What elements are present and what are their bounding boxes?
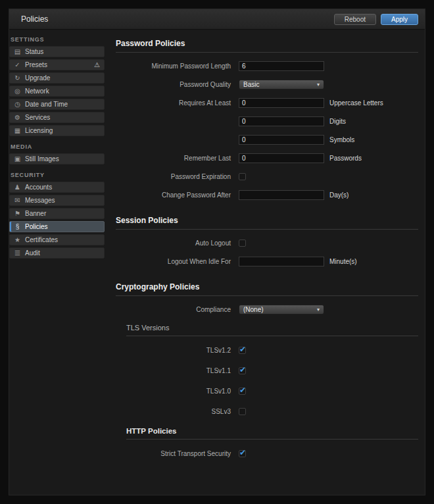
field-label: Password Expiration	[116, 173, 239, 180]
form-row: TLSv1.0 ✔	[116, 386, 418, 396]
main-content: Password Policies Minimum Password Lengt…	[105, 30, 425, 495]
minimum-password-length-input[interactable]	[239, 61, 324, 71]
sidebar-item-upgrade[interactable]: ↻ Upgrade	[9, 72, 105, 84]
tlsv1-1-checkbox[interactable]: ✔	[239, 367, 246, 374]
sidebar-item-certificates[interactable]: ★ Certificates	[9, 234, 105, 245]
sidebar-item-still-images[interactable]: ▣ Still Images	[9, 153, 105, 164]
field-label: Minimum Password Length	[116, 63, 239, 70]
auto-logout-checkbox[interactable]: ✔	[239, 239, 246, 247]
form-row: Password Quality Basic ▾	[116, 80, 418, 89]
field-label: Requires At Least	[116, 99, 239, 107]
remember-last-input[interactable]	[239, 153, 324, 163]
change-password-after-input[interactable]	[239, 190, 324, 200]
field-suffix: Minute(s)	[329, 258, 357, 265]
sidebar-item-banner[interactable]: ⚑ Banner	[9, 208, 105, 219]
sidebar-item-date-and-time[interactable]: ◷ Date and Time	[9, 99, 105, 110]
sidebar-item-label: Licensing	[25, 127, 53, 134]
divider	[126, 336, 418, 336]
sidebar-item-licensing[interactable]: ▦ Licensing	[9, 125, 105, 136]
audit-icon: ☰	[14, 250, 21, 257]
check-icon: ✔	[239, 449, 246, 457]
field-label: Change Password After	[116, 191, 239, 199]
section-password-policies: Password Policies Minimum Password Lengt…	[116, 39, 418, 200]
divider	[116, 229, 418, 230]
subsection-http-policies: HTTP Policies	[126, 427, 418, 440]
sidebar-item-label: Date and Time	[25, 101, 68, 108]
page-title: Policies	[21, 14, 48, 24]
sidebar-item-audit[interactable]: ☰ Audit	[9, 247, 105, 259]
sidebar-section-security: SECURITY	[11, 172, 103, 178]
form-row: TLSv1.2 ✔	[116, 345, 418, 355]
sslv3-checkbox[interactable]: ✔	[239, 408, 246, 415]
sidebar-item-label: Accounts	[25, 184, 52, 191]
password-expiration-checkbox[interactable]: ✔	[239, 173, 246, 180]
status-icon: ▤	[14, 49, 21, 55]
field-label: Logout When Idle For	[116, 258, 239, 265]
field-suffix: Day(s)	[329, 191, 349, 199]
field-label: TLSv1.0	[116, 388, 239, 395]
select-value: Basic	[243, 81, 259, 88]
sidebar-item-label: Upgrade	[25, 74, 50, 82]
sidebar-item-label: Services	[25, 114, 50, 121]
sidebar-item-label: Status	[25, 48, 43, 55]
subsection-tls-versions: TLS Versions	[126, 324, 418, 336]
check-icon: ✔	[239, 345, 246, 353]
sidebar-item-label: Banner	[25, 210, 46, 217]
sidebar-section-settings: SETTINGS	[11, 36, 103, 43]
warning-icon: ⚠	[94, 62, 100, 68]
certificate-icon: ★	[14, 237, 21, 243]
idle-timeout-input[interactable]	[239, 257, 324, 266]
gear-icon: ⚙	[14, 114, 21, 121]
section-cryptography-policies: Cryptography Policies Compliance (None) …	[116, 282, 418, 416]
form-row: Logout When Idle For Minute(s)	[116, 257, 418, 266]
field-suffix: Uppercase Letters	[329, 99, 383, 107]
divider	[116, 52, 418, 53]
sidebar-item-accounts[interactable]: ♟ Accounts	[9, 182, 105, 193]
field-label: Compliance	[116, 306, 239, 313]
chevron-down-icon: ▾	[317, 82, 320, 88]
app-window: Policies Reboot Apply SETTINGS ▤ Status …	[9, 9, 425, 495]
uppercase-letters-input[interactable]	[239, 98, 324, 108]
field-label: Strict Transport Security	[116, 450, 239, 457]
top-bar: Policies Reboot Apply	[9, 9, 425, 30]
compliance-select[interactable]: (None) ▾	[239, 305, 324, 315]
topbar-actions: Reboot Apply	[334, 14, 418, 25]
strict-transport-security-checkbox[interactable]: ✔	[239, 450, 246, 457]
tlsv1-0-checkbox[interactable]: ✔	[239, 388, 246, 395]
form-row: Remember Last Passwords	[116, 153, 418, 163]
sidebar: SETTINGS ▤ Status ✓ Presets ⚠ ↻ Upgrade …	[9, 30, 105, 495]
sidebar-item-presets[interactable]: ✓ Presets ⚠	[9, 59, 105, 70]
clock-icon: ◷	[14, 101, 21, 108]
divider	[126, 439, 418, 440]
sidebar-item-label: Network	[25, 88, 49, 95]
password-quality-select[interactable]: Basic ▾	[239, 80, 324, 89]
field-label: Password Quality	[116, 81, 239, 88]
section-title: Cryptography Policies	[116, 282, 418, 291]
form-row: Minimum Password Length	[116, 61, 418, 71]
sidebar-item-services[interactable]: ⚙ Services	[9, 112, 105, 123]
sidebar-item-messages[interactable]: ✉ Messages	[9, 195, 105, 206]
reboot-button[interactable]: Reboot	[334, 14, 376, 25]
digits-input[interactable]	[239, 116, 324, 126]
form-row: Compliance (None) ▾	[116, 305, 418, 315]
form-row: Digits	[116, 116, 418, 126]
message-icon: ✉	[14, 197, 21, 204]
tlsv1-2-checkbox[interactable]: ✔	[239, 347, 246, 354]
apply-button[interactable]: Apply	[381, 14, 418, 25]
section-title: Password Policies	[116, 39, 418, 48]
form-row: Password Expiration ✔	[116, 172, 418, 182]
section-title: Session Policies	[116, 216, 418, 225]
network-icon: ◎	[14, 88, 21, 95]
sidebar-item-policies[interactable]: § Policies	[9, 221, 105, 232]
field-label: Remember Last	[116, 155, 239, 162]
symbols-input[interactable]	[239, 135, 324, 145]
sidebar-item-network[interactable]: ◎ Network	[9, 86, 105, 97]
form-row: SSLv3 ✔	[116, 407, 418, 416]
sidebar-item-label: Messages	[25, 197, 55, 204]
form-row: Requires At Least Uppercase Letters	[116, 98, 418, 108]
sidebar-item-label: Policies	[25, 223, 47, 230]
subsection-title: HTTP Policies	[126, 427, 418, 435]
sidebar-item-status[interactable]: ▤ Status	[9, 46, 105, 57]
subsection-title: TLS Versions	[126, 324, 418, 332]
form-row: Strict Transport Security ✔	[116, 449, 418, 459]
